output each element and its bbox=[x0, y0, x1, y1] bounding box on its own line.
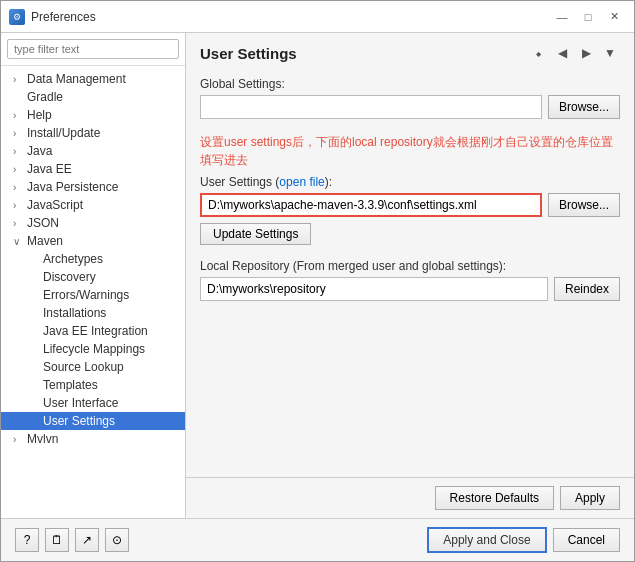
sidebar-label-installations: Installations bbox=[43, 306, 106, 320]
title-bar-controls: — □ ✕ bbox=[550, 7, 626, 27]
settings-icon-button[interactable]: ⊙ bbox=[105, 528, 129, 552]
update-settings-button[interactable]: Update Settings bbox=[200, 223, 311, 245]
restore-defaults-button[interactable]: Restore Defaults bbox=[435, 486, 554, 510]
sidebar-item-gradle[interactable]: Gradle bbox=[1, 88, 185, 106]
sidebar-label-source-lookup: Source Lookup bbox=[43, 360, 124, 374]
annotation-box: 设置user settings后，下面的local repository就会根据… bbox=[200, 133, 620, 169]
footer-right: Apply and Close Cancel bbox=[427, 527, 620, 553]
sidebar-label-install-update: Install/Update bbox=[27, 126, 100, 140]
sidebar-item-errors-warnings[interactable]: Errors/Warnings bbox=[1, 286, 185, 304]
title-bar: ⚙ Preferences — □ ✕ bbox=[1, 1, 634, 33]
title-bar-left: ⚙ Preferences bbox=[9, 9, 96, 25]
sidebar-item-java-ee-integration[interactable]: Java EE Integration bbox=[1, 322, 185, 340]
tree-arrow-java-ee: › bbox=[13, 164, 25, 175]
sidebar-label-data-management: Data Management bbox=[27, 72, 126, 86]
tree-arrow-maven: ∨ bbox=[13, 236, 25, 247]
sidebar-item-json[interactable]: ›JSON bbox=[1, 214, 185, 232]
local-repo-label: Local Repository (From merged user and g… bbox=[200, 259, 620, 273]
user-settings-input[interactable] bbox=[200, 193, 542, 217]
minimize-button[interactable]: — bbox=[550, 7, 574, 27]
panel-title: User Settings bbox=[200, 45, 297, 62]
sidebar-item-java[interactable]: ›Java bbox=[1, 142, 185, 160]
sidebar-item-maven[interactable]: ∨Maven bbox=[1, 232, 185, 250]
toolbar-arrow-down[interactable]: ▼ bbox=[600, 43, 620, 63]
sidebar-label-discovery: Discovery bbox=[43, 270, 96, 284]
tree-arrow-mvlvn: › bbox=[13, 434, 25, 445]
sidebar-item-data-management[interactable]: ›Data Management bbox=[1, 70, 185, 88]
close-button[interactable]: ✕ bbox=[602, 7, 626, 27]
export-icon-button[interactable]: ↗ bbox=[75, 528, 99, 552]
sidebar-item-java-ee[interactable]: ›Java EE bbox=[1, 160, 185, 178]
footer-left: ? 🗒 ↗ ⊙ bbox=[15, 528, 129, 552]
browse-global-button[interactable]: Browse... bbox=[548, 95, 620, 119]
sidebar-label-java-ee: Java EE bbox=[27, 162, 72, 176]
footer-bar: ? 🗒 ↗ ⊙ Apply and Close Cancel bbox=[1, 518, 634, 561]
sidebar-item-archetypes[interactable]: Archetypes bbox=[1, 250, 185, 268]
sidebar-label-help: Help bbox=[27, 108, 52, 122]
local-repo-row: Reindex bbox=[200, 277, 620, 301]
window-title: Preferences bbox=[31, 10, 96, 24]
tree-arrow-java-persistence: › bbox=[13, 182, 25, 193]
apply-and-close-button[interactable]: Apply and Close bbox=[427, 527, 546, 553]
sidebar-label-user-settings: User Settings bbox=[43, 414, 115, 428]
right-panel: User Settings ⬥ ◀ ▶ ▼ Global Settings: B… bbox=[186, 33, 634, 518]
preferences-window: ⚙ Preferences — □ ✕ ›Data ManagementGrad… bbox=[0, 0, 635, 562]
global-settings-label: Global Settings: bbox=[200, 77, 620, 91]
sidebar-item-javascript[interactable]: ›JavaScript bbox=[1, 196, 185, 214]
sidebar-item-user-interface[interactable]: User Interface bbox=[1, 394, 185, 412]
update-settings-container: Update Settings bbox=[200, 217, 620, 245]
browse-user-button[interactable]: Browse... bbox=[548, 193, 620, 217]
sidebar-label-archetypes: Archetypes bbox=[43, 252, 103, 266]
tree-container[interactable]: ›Data ManagementGradle›Help›Install/Upda… bbox=[1, 66, 185, 518]
import-icon-button[interactable]: 🗒 bbox=[45, 528, 69, 552]
sidebar-label-javascript: JavaScript bbox=[27, 198, 83, 212]
sidebar-label-user-interface: User Interface bbox=[43, 396, 118, 410]
panel-header: User Settings ⬥ ◀ ▶ ▼ bbox=[186, 33, 634, 69]
cancel-button[interactable]: Cancel bbox=[553, 528, 620, 552]
toolbar-arrow-right[interactable]: ▶ bbox=[576, 43, 596, 63]
tree-arrow-java: › bbox=[13, 146, 25, 157]
global-settings-input[interactable] bbox=[200, 95, 542, 119]
tree-arrow-json: › bbox=[13, 218, 25, 229]
sidebar-item-installations[interactable]: Installations bbox=[1, 304, 185, 322]
sidebar-label-java: Java bbox=[27, 144, 52, 158]
help-icon-button[interactable]: ? bbox=[15, 528, 39, 552]
apply-button[interactable]: Apply bbox=[560, 486, 620, 510]
sidebar-item-lifecycle-mappings[interactable]: Lifecycle Mappings bbox=[1, 340, 185, 358]
filter-input[interactable] bbox=[7, 39, 179, 59]
app-icon: ⚙ bbox=[9, 9, 25, 25]
toolbar-back-button[interactable]: ⬥ bbox=[528, 43, 548, 63]
toolbar-arrow-left[interactable]: ◀ bbox=[552, 43, 572, 63]
tree-arrow-data-management: › bbox=[13, 74, 25, 85]
sidebar-label-templates: Templates bbox=[43, 378, 98, 392]
sidebar-label-gradle: Gradle bbox=[27, 90, 63, 104]
sidebar-label-lifecycle-mappings: Lifecycle Mappings bbox=[43, 342, 145, 356]
sidebar-item-mvlvn[interactable]: ›Mvlvn bbox=[1, 430, 185, 448]
sidebar-item-install-update[interactable]: ›Install/Update bbox=[1, 124, 185, 142]
sidebar-label-java-persistence: Java Persistence bbox=[27, 180, 118, 194]
sidebar-label-errors-warnings: Errors/Warnings bbox=[43, 288, 129, 302]
maximize-button[interactable]: □ bbox=[576, 7, 600, 27]
main-content: ›Data ManagementGradle›Help›Install/Upda… bbox=[1, 33, 634, 518]
local-repo-input[interactable] bbox=[200, 277, 548, 301]
panel-body: Global Settings: Browse... 设置user settin… bbox=[186, 69, 634, 477]
sidebar-label-java-ee-integration: Java EE Integration bbox=[43, 324, 148, 338]
tree-arrow-install-update: › bbox=[13, 128, 25, 139]
global-settings-group: Global Settings: Browse... bbox=[200, 77, 620, 119]
sidebar-item-java-persistence[interactable]: ›Java Persistence bbox=[1, 178, 185, 196]
annotation-text: 设置user settings后，下面的local repository就会根据… bbox=[200, 135, 613, 167]
bottom-action-bar: Restore Defaults Apply bbox=[186, 477, 634, 518]
sidebar: ›Data ManagementGradle›Help›Install/Upda… bbox=[1, 33, 186, 518]
sidebar-item-help[interactable]: ›Help bbox=[1, 106, 185, 124]
sidebar-label-json: JSON bbox=[27, 216, 59, 230]
filter-box bbox=[1, 33, 185, 66]
reindex-button[interactable]: Reindex bbox=[554, 277, 620, 301]
open-file-link[interactable]: open file bbox=[279, 175, 324, 189]
sidebar-label-mvlvn: Mvlvn bbox=[27, 432, 58, 446]
sidebar-item-source-lookup[interactable]: Source Lookup bbox=[1, 358, 185, 376]
sidebar-item-templates[interactable]: Templates bbox=[1, 376, 185, 394]
sidebar-item-discovery[interactable]: Discovery bbox=[1, 268, 185, 286]
user-settings-row: Browse... bbox=[200, 193, 620, 217]
tree-arrow-javascript: › bbox=[13, 200, 25, 211]
sidebar-item-user-settings[interactable]: User Settings bbox=[1, 412, 185, 430]
